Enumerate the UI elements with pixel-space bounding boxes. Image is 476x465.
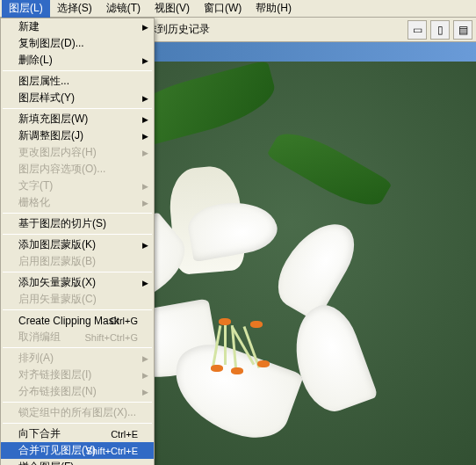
- submenu-arrow-icon: ▶: [142, 279, 148, 287]
- menu-releaseclip: 取消编组Shift+Ctrl+G: [1, 329, 154, 345]
- menu-type: 文字(T)▶: [1, 178, 154, 194]
- menu-separator: [3, 402, 152, 403]
- menu-separator: [3, 70, 152, 71]
- shortcut-label: Ctrl+G: [110, 316, 138, 326]
- shortcut-label: Shift+Ctrl+G: [84, 332, 138, 343]
- menu-createclip[interactable]: Create Clipping MaskCtrl+G: [1, 312, 154, 329]
- menu-mergedown[interactable]: 向下合并Ctrl+E: [1, 425, 154, 442]
- menu-separator: [3, 309, 152, 310]
- menu-arrange: 排列(A)▶: [1, 350, 154, 367]
- menu-separator: [3, 108, 152, 109]
- submenu-arrow-icon: ▶: [142, 199, 148, 207]
- menu-duplicate[interactable]: 复制图层(D)...: [1, 35, 154, 52]
- submenu-arrow-icon: ▶: [142, 371, 148, 380]
- menu-separator: [3, 234, 152, 235]
- menubar: 图层(L) 选择(S) 滤镜(T) 视图(V) 窗口(W) 帮助(H): [0, 0, 476, 18]
- submenu-arrow-icon: ▶: [142, 388, 148, 396]
- menu-slice[interactable]: 基于图层的切片(S): [1, 215, 154, 232]
- menu-flatten[interactable]: 拼合图层(F): [1, 459, 154, 465]
- menu-addvector[interactable]: 添加矢量蒙版(X)▶: [1, 274, 154, 291]
- menu-mergevisible[interactable]: 合并可见图层(V)Shift+Ctrl+E: [1, 442, 154, 459]
- menu-layer[interactable]: 图层(L): [2, 0, 50, 18]
- menu-newfill[interactable]: 新填充图层(W)▶: [1, 111, 154, 127]
- layer-menu-dropdown: 新建▶ 复制图层(D)... 删除(L)▶ 图层属性... 图层样式(Y)▶ 新…: [0, 18, 155, 465]
- menu-new[interactable]: 新建▶: [1, 18, 154, 35]
- menu-newadj[interactable]: 新调整图层(J)▶: [1, 127, 154, 144]
- menu-lockall: 锁定组中的所有图层(X)...: [1, 404, 154, 421]
- submenu-arrow-icon: ▶: [142, 23, 148, 32]
- menu-style[interactable]: 图层样式(Y)▶: [1, 90, 154, 106]
- folder-icon[interactable]: ▯: [430, 20, 450, 40]
- submenu-arrow-icon: ▶: [142, 56, 148, 65]
- submenu-arrow-icon: ▶: [142, 241, 148, 250]
- palette-icon[interactable]: ▭: [407, 20, 427, 40]
- menu-separator: [3, 213, 152, 214]
- menu-distlinked: 分布链接图层(N)▶: [1, 383, 154, 400]
- menu-separator: [3, 347, 152, 348]
- menu-view[interactable]: 视图(V): [148, 0, 197, 18]
- menu-help[interactable]: 帮助(H): [249, 0, 299, 18]
- menu-enablevector: 启用矢量蒙版(C): [1, 291, 154, 308]
- menu-alignlinked: 对齐链接图层(I)▶: [1, 367, 154, 383]
- submenu-arrow-icon: ▶: [142, 354, 148, 363]
- shortcut-label: Ctrl+E: [111, 429, 138, 440]
- menu-addmask[interactable]: 添加图层蒙版(K)▶: [1, 236, 154, 253]
- menu-filter[interactable]: 滤镜(T): [99, 0, 148, 18]
- menu-window[interactable]: 窗口(W): [197, 0, 249, 18]
- menu-contentopts: 图层内容选项(O)...: [1, 161, 154, 178]
- menu-separator: [3, 423, 152, 424]
- submenu-arrow-icon: ▶: [142, 94, 148, 103]
- menu-rasterize: 栅格化▶: [1, 194, 154, 211]
- submenu-arrow-icon: ▶: [142, 182, 148, 191]
- menu-changecontent: 更改图层内容(H)▶: [1, 144, 154, 161]
- menu-enablemask: 启用图层蒙版(B): [1, 253, 154, 270]
- submenu-arrow-icon: ▶: [142, 115, 148, 124]
- menu-delete[interactable]: 删除(L)▶: [1, 52, 154, 69]
- submenu-arrow-icon: ▶: [142, 132, 148, 141]
- submenu-arrow-icon: ▶: [142, 149, 148, 157]
- shortcut-label: Shift+Ctrl+E: [86, 446, 138, 456]
- trash-icon[interactable]: ▤: [453, 20, 472, 40]
- menu-select[interactable]: 选择(S): [50, 0, 99, 18]
- menu-props[interactable]: 图层属性...: [1, 73, 154, 90]
- erase-history-label: 抹到历史记录: [147, 22, 210, 37]
- menu-separator: [3, 272, 152, 272]
